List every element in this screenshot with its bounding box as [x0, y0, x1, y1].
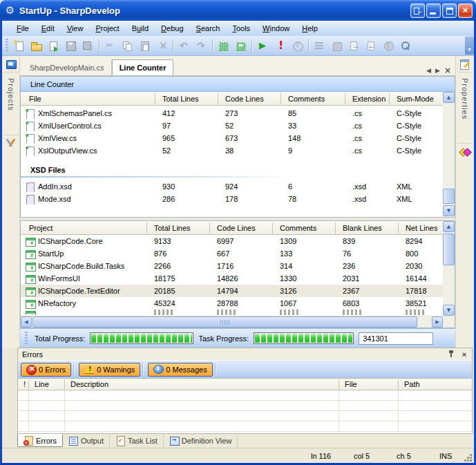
undo[interactable] [175, 37, 193, 54]
scroll-right-button[interactable]: ▶ [432, 316, 443, 328]
document-tab[interactable]: SharpDevelopMain.cs [23, 59, 112, 75]
run[interactable] [254, 37, 272, 54]
projects-horizontal-scrollbar[interactable]: ◀ ▶ [21, 316, 443, 328]
tab-scroll-right-button[interactable]: ▶ [435, 67, 440, 74]
save-all[interactable] [79, 37, 97, 54]
toggle-fold[interactable] [328, 37, 345, 54]
column-header-file[interactable]: File [21, 93, 155, 104]
filter-toggle-button[interactable]: 0 Warnings [79, 363, 140, 377]
column-header-project[interactable]: Project [21, 222, 147, 234]
project-row-clipped[interactable] [21, 310, 443, 315]
delete[interactable] [153, 37, 171, 54]
cut[interactable] [102, 37, 119, 54]
column-header-severity[interactable]: ! [18, 380, 29, 389]
scroll-down-button[interactable]: ▼ [443, 305, 455, 316]
open-file[interactable] [28, 37, 45, 54]
scroll-track[interactable] [32, 316, 432, 328]
menu-item[interactable]: Project [89, 22, 125, 35]
project-row[interactable]: ICSharpCode.Core 9133 6997 1309 839 8294 [21, 235, 443, 247]
minimize-button[interactable] [426, 3, 441, 18]
projects-pad-tab[interactable] [3, 56, 19, 73]
scroll-track[interactable] [443, 103, 455, 205]
tab-close-button[interactable]: × [444, 66, 451, 75]
separator[interactable] [97, 37, 102, 54]
scroll-up-button[interactable]: ▲ [443, 221, 455, 232]
document-tab[interactable]: Line Counter [112, 59, 174, 75]
progress-strip-grip[interactable] [25, 332, 28, 345]
file-row[interactable]: Mode.xsd 286 178 78 .xsd XML [21, 193, 443, 205]
project-row[interactable]: StartUp 876 667 133 76 800 [21, 247, 443, 260]
copy[interactable] [119, 37, 136, 54]
project-row[interactable]: NRefactory 45324 28788 1067 6803 38521 [21, 297, 443, 310]
toolbar-overflow-button[interactable]: ▾ [465, 37, 474, 55]
separator[interactable] [249, 37, 254, 54]
separator[interactable] [306, 37, 311, 54]
project-row[interactable]: WinFormsUI 18175 14826 1330 2031 16144 [21, 272, 443, 285]
toolbox-pad-tab[interactable] [457, 143, 473, 160]
scroll-thumb[interactable] [443, 234, 455, 265]
scroll-track[interactable] [443, 232, 455, 305]
menu-item[interactable]: Edit [35, 22, 61, 35]
menu-item[interactable]: File [10, 22, 35, 35]
pad-tab[interactable]: Task List [110, 434, 164, 447]
separator[interactable] [171, 37, 175, 54]
projects-pad-label[interactable]: Projects [7, 78, 15, 111]
auto-hide-pin-button[interactable] [446, 350, 457, 359]
menu-item[interactable]: Tools [226, 22, 256, 35]
files-vertical-scrollbar[interactable]: ▲ ▼ [443, 92, 455, 216]
column-header-comments[interactable]: Comments [273, 222, 336, 234]
project-row[interactable]: ICSharpCode.TextEditor 20185 14794 3126 … [21, 285, 443, 297]
uncomment-region[interactable] [232, 37, 249, 54]
file-row[interactable]: AddIn.xsd 930 924 6 .xsd XML [21, 180, 443, 193]
scroll-up-button[interactable]: ▲ [443, 92, 455, 103]
pad-tab[interactable]: Errors [17, 434, 63, 447]
properties-pad-label[interactable]: Properties [461, 78, 469, 120]
pad-tab[interactable]: Definition View [164, 434, 238, 447]
save[interactable] [62, 37, 79, 54]
tab-scroll-left-button[interactable]: ◀ [426, 67, 431, 74]
close-button[interactable]: × [458, 3, 473, 18]
float-window-button[interactable] [410, 3, 425, 18]
prev-bookmark[interactable] [363, 37, 380, 54]
column-header-description[interactable]: Description [65, 380, 339, 389]
filter-toggle-button[interactable]: 0 Errors [21, 363, 71, 377]
toggle-breakpoint[interactable] [272, 37, 289, 54]
pad-tab[interactable]: Output [63, 434, 110, 447]
comment-region[interactable] [215, 37, 232, 54]
menu-item[interactable]: Build [126, 22, 155, 35]
filter-toggle-button[interactable]: 0 Messages [148, 363, 212, 377]
column-header-code-lines[interactable]: Code Lines [210, 222, 273, 234]
web-browser[interactable] [380, 37, 397, 54]
paste[interactable] [136, 37, 153, 54]
column-header-code-lines[interactable]: Code Lines [218, 93, 281, 104]
find[interactable] [397, 37, 415, 54]
properties-pad-tab[interactable] [457, 56, 473, 73]
file-row[interactable]: XslOutputView.cs 52 38 9 .cs C-Style [21, 144, 443, 157]
scroll-down-button[interactable]: ▼ [443, 205, 455, 216]
format-buffer[interactable] [311, 37, 328, 54]
next-bookmark[interactable] [345, 37, 363, 54]
toolbar-grip[interactable] [6, 39, 8, 53]
title-bar[interactable]: ⚙ StartUp - SharpDevelop × [0, 0, 476, 21]
separator[interactable] [210, 37, 215, 54]
file-row[interactable]: XmlView.cs 965 673 148 .cs C-Style [21, 132, 443, 144]
column-header-blank-lines[interactable]: Blank Lines [336, 222, 399, 234]
profile[interactable] [289, 37, 306, 54]
column-header-extension[interactable]: Extension [345, 93, 390, 104]
maximize-button[interactable] [442, 3, 457, 18]
project-row[interactable]: ICSharpCode.Build.Tasks 2266 1716 314 23… [21, 260, 443, 272]
scroll-thumb[interactable] [32, 316, 417, 328]
redo[interactable] [193, 37, 210, 54]
column-header-sum-mode[interactable]: Sum-Mode [390, 93, 443, 104]
file-row[interactable]: XmlSchemasPanel.cs 412 273 85 .cs C-Styl… [21, 107, 443, 120]
menu-item[interactable]: Search [190, 22, 227, 35]
column-header-path[interactable]: Path [399, 380, 472, 389]
column-header-comments[interactable]: Comments [281, 93, 345, 104]
column-header-net-lines[interactable]: Net Lines [399, 222, 443, 234]
column-header-line[interactable]: Line [29, 380, 65, 389]
new-file[interactable] [10, 37, 28, 54]
tools-pad-tab[interactable] [3, 135, 19, 151]
scroll-left-button[interactable]: ◀ [21, 316, 32, 328]
menu-item[interactable]: Help [296, 22, 324, 35]
resize-grip[interactable] [463, 453, 473, 462]
